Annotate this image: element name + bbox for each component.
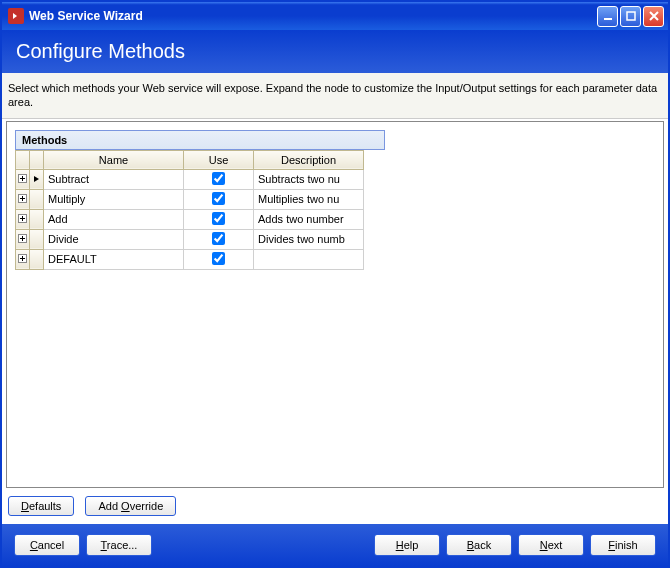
expand-icon[interactable] xyxy=(16,169,30,189)
use-checkbox[interactable] xyxy=(212,252,225,265)
back-button[interactable]: Back xyxy=(446,534,512,556)
page-header: Configure Methods xyxy=(2,30,668,73)
grid-title: Methods xyxy=(15,130,385,150)
use-checkbox[interactable] xyxy=(212,212,225,225)
add-override-button[interactable]: Add Override xyxy=(85,496,176,516)
main-panel: Methods Name Use Description SubtractSub… xyxy=(6,121,664,488)
cell-name[interactable]: Subtract xyxy=(44,169,184,189)
column-description[interactable]: Description xyxy=(254,150,364,169)
close-button[interactable] xyxy=(643,6,664,27)
methods-table: Name Use Description SubtractSubtracts t… xyxy=(15,150,364,270)
cell-description[interactable] xyxy=(254,249,364,269)
minimize-button[interactable] xyxy=(597,6,618,27)
wizard-window: Web Service Wizard Configure Methods Sel… xyxy=(0,0,670,568)
table-row[interactable]: DEFAULT xyxy=(16,249,364,269)
cell-name[interactable]: Multiply xyxy=(44,189,184,209)
svg-rect-0 xyxy=(604,18,612,20)
methods-grid: Methods Name Use Description SubtractSub… xyxy=(15,130,385,270)
use-checkbox[interactable] xyxy=(212,232,225,245)
cell-use xyxy=(184,249,254,269)
help-button[interactable]: Help xyxy=(374,534,440,556)
row-marker xyxy=(30,229,44,249)
window-title: Web Service Wizard xyxy=(29,9,595,23)
panel-buttons: Defaults Add Override xyxy=(2,488,668,524)
defaults-button[interactable]: Defaults xyxy=(8,496,74,516)
cell-name[interactable]: DEFAULT xyxy=(44,249,184,269)
expand-icon[interactable] xyxy=(16,249,30,269)
expand-icon[interactable] xyxy=(16,189,30,209)
cell-description[interactable]: Subtracts two nu xyxy=(254,169,364,189)
cell-use xyxy=(184,209,254,229)
trace-button[interactable]: Trace... xyxy=(86,534,152,556)
expand-icon[interactable] xyxy=(16,209,30,229)
expand-header xyxy=(16,150,30,169)
cell-use xyxy=(184,169,254,189)
cell-name[interactable]: Add xyxy=(44,209,184,229)
table-row[interactable]: DivideDivides two numb xyxy=(16,229,364,249)
cell-description[interactable]: Divides two numb xyxy=(254,229,364,249)
table-row[interactable]: AddAdds two number xyxy=(16,209,364,229)
app-icon xyxy=(8,8,24,24)
cell-description[interactable]: Adds two number xyxy=(254,209,364,229)
cell-use xyxy=(184,189,254,209)
row-marker xyxy=(30,169,44,189)
row-marker xyxy=(30,189,44,209)
row-marker xyxy=(30,249,44,269)
rowmarker-header xyxy=(30,150,44,169)
table-row[interactable]: MultiplyMultiplies two nu xyxy=(16,189,364,209)
column-use[interactable]: Use xyxy=(184,150,254,169)
cell-description[interactable]: Multiplies two nu xyxy=(254,189,364,209)
cell-name[interactable]: Divide xyxy=(44,229,184,249)
page-title: Configure Methods xyxy=(16,40,185,62)
titlebar: Web Service Wizard xyxy=(2,2,668,30)
cancel-button[interactable]: Cancel xyxy=(14,534,80,556)
instruction-text: Select which methods your Web service wi… xyxy=(2,73,668,119)
cell-use xyxy=(184,229,254,249)
finish-button[interactable]: Finish xyxy=(590,534,656,556)
use-checkbox[interactable] xyxy=(212,192,225,205)
maximize-button[interactable] xyxy=(620,6,641,27)
row-marker xyxy=(30,209,44,229)
column-name[interactable]: Name xyxy=(44,150,184,169)
use-checkbox[interactable] xyxy=(212,172,225,185)
wizard-footer: Cancel Trace... Help Back Next Finish xyxy=(2,524,668,566)
svg-rect-1 xyxy=(627,12,635,20)
expand-icon[interactable] xyxy=(16,229,30,249)
next-button[interactable]: Next xyxy=(518,534,584,556)
table-row[interactable]: SubtractSubtracts two nu xyxy=(16,169,364,189)
